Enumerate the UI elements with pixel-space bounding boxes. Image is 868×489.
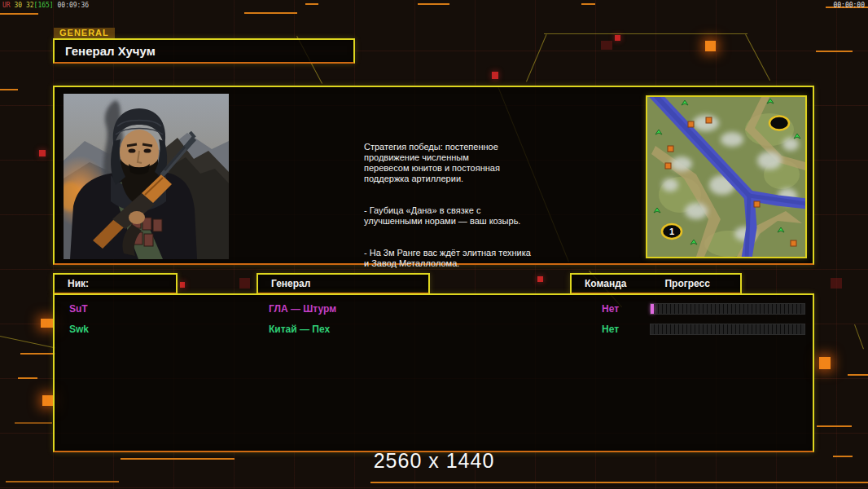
strategy-paragraph: - На 3м Ранге вас ждёт элитная техника и… xyxy=(364,248,569,269)
player-row: Swk Китай — Пех Нет xyxy=(55,320,813,338)
strategy-paragraph: Стратегия победы: постепенное продвижени… xyxy=(364,142,569,184)
header-general-label: Генерал xyxy=(258,278,310,289)
player-row: SuT ГЛА — Штурм Нет xyxy=(55,300,813,318)
deco-trace xyxy=(0,336,55,349)
deco-trace xyxy=(526,34,547,82)
deco-dim-square xyxy=(831,278,842,289)
deco-red-square xyxy=(180,282,185,288)
deco-trace xyxy=(544,33,747,34)
player-team: Нет xyxy=(602,324,619,335)
player-nick: Swk xyxy=(69,324,89,335)
player-progress-bar xyxy=(650,324,805,335)
player-nick: SuT xyxy=(69,303,88,315)
game-clock: 00:00:00 xyxy=(833,2,865,9)
debug-label: UR xyxy=(2,2,11,9)
header-nick-label: Ник: xyxy=(55,278,89,289)
deco-dim-square xyxy=(601,41,612,50)
deco-trace xyxy=(745,34,770,81)
deco-trace xyxy=(854,324,864,349)
deco-line xyxy=(816,51,853,52)
debug-value: [165] xyxy=(34,2,54,9)
player-general: Китай — Пех xyxy=(269,324,330,335)
players-list: SuT ГЛА — Штурм Нет Swk Китай — Пех Нет xyxy=(53,293,814,452)
deco-red-square xyxy=(39,150,46,156)
player-team: Нет xyxy=(602,303,619,315)
player-progress-bar xyxy=(650,303,805,315)
deco-line xyxy=(0,13,38,15)
deco-red-square xyxy=(615,35,620,41)
deco-line xyxy=(0,89,18,90)
portrait-art xyxy=(64,94,229,259)
column-header-team-progress: Команда Прогресс xyxy=(570,273,742,294)
deco-line xyxy=(20,353,55,355)
minimap-art: 1 xyxy=(647,97,805,257)
deco-orange-square xyxy=(705,41,716,51)
deco-line xyxy=(817,425,852,427)
general-title-box: Генерал Хучум xyxy=(53,38,355,64)
general-title: Генерал Хучум xyxy=(55,44,156,58)
deco-line xyxy=(848,374,868,376)
deco-red-square xyxy=(492,72,498,79)
deco-line xyxy=(15,422,52,424)
deco-line xyxy=(581,3,595,5)
strategy-paragraph: - Гаубица «Дана» в связке с улучшенными … xyxy=(364,205,569,227)
deco-line xyxy=(18,377,37,379)
header-team-label: Команда xyxy=(572,278,626,289)
deco-line xyxy=(6,481,119,482)
player-general: ГЛА — Штурм xyxy=(269,303,336,315)
player-progress-fill xyxy=(651,304,654,314)
deco-orange-square xyxy=(819,357,831,369)
minimap[interactable]: 1 xyxy=(646,95,807,258)
debug-value: 32 xyxy=(26,2,34,9)
debug-value: 30 xyxy=(14,2,22,9)
debug-overlay: UR 30 32[165] 00:09:36 xyxy=(2,2,89,9)
deco-orange-square xyxy=(41,319,53,328)
deco-dim-square xyxy=(239,278,250,289)
deco-orange-square xyxy=(42,395,53,406)
deco-line xyxy=(244,12,297,14)
header-progress-label: Прогресс xyxy=(626,278,709,289)
deco-line xyxy=(418,3,449,5)
start-position-1: 1 xyxy=(669,227,674,236)
tab-general[interactable]: GENERAL xyxy=(54,28,115,39)
deco-line xyxy=(305,3,318,5)
debug-timer: 00:09:36 xyxy=(58,2,90,9)
deco-line xyxy=(370,482,868,483)
resolution-label: 2560 x 1440 xyxy=(0,449,868,473)
general-portrait xyxy=(64,94,229,259)
column-header-nick: Ник: xyxy=(53,273,178,294)
column-header-general: Генерал xyxy=(256,273,430,294)
strategy-text: Стратегия победы: постепенное продвижени… xyxy=(364,131,569,290)
